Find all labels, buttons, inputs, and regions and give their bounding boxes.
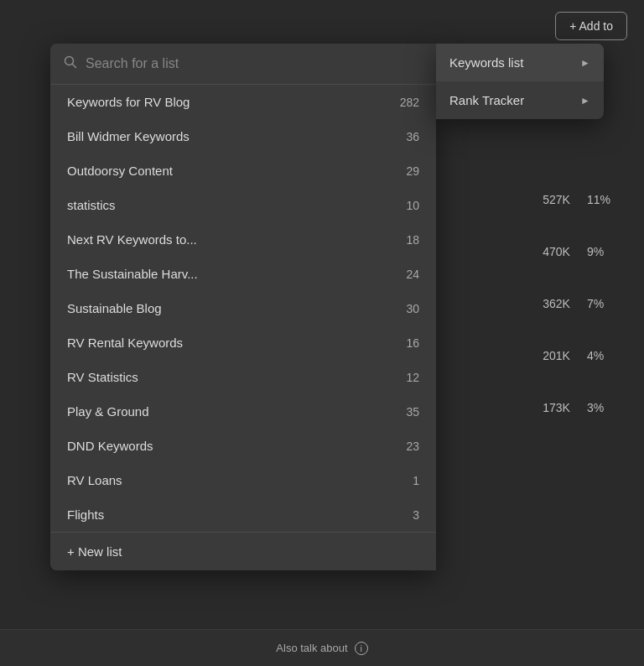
list-item-count: 16 xyxy=(406,336,419,350)
list-item[interactable]: Bill Widmer Keywords 36 xyxy=(50,119,436,153)
list-item[interactable]: The Sustainable Harv... 24 xyxy=(50,257,436,291)
list-dropdown: Keywords for RV Blog 282 Bill Widmer Key… xyxy=(50,44,436,570)
list-item-count: 36 xyxy=(406,130,419,143)
list-item-count: 35 xyxy=(406,405,419,419)
search-input[interactable] xyxy=(86,56,423,71)
list-item-name: The Sustainable Harv... xyxy=(67,267,198,281)
add-to-label: + Add to xyxy=(569,19,613,33)
list-item[interactable]: RV Loans 1 xyxy=(50,463,436,497)
list-item-count: 3 xyxy=(413,508,419,522)
list-item[interactable]: Keywords for RV Blog 282 xyxy=(50,85,436,119)
chevron-right-icon: ► xyxy=(580,57,590,69)
info-icon: i xyxy=(355,642,368,655)
list-item-count: 1 xyxy=(413,474,419,487)
list-item[interactable]: Sustainable Blog 30 xyxy=(50,291,436,325)
new-list-button[interactable]: + New list xyxy=(50,532,436,570)
add-to-button[interactable]: + Add to xyxy=(555,12,627,40)
also-talk-about-label: Also talk about xyxy=(276,642,347,654)
list-item-name: RV Statistics xyxy=(67,370,138,384)
list-item-count: 282 xyxy=(400,96,419,109)
list-item-count: 18 xyxy=(406,233,419,247)
list-item[interactable]: DND Keywords 23 xyxy=(50,429,436,463)
list-item-name: Sustainable Blog xyxy=(67,301,162,315)
list-item-name: DND Keywords xyxy=(67,439,153,453)
list-item-count: 12 xyxy=(406,371,419,384)
list-item-count: 30 xyxy=(406,302,419,315)
list-item-name: statistics xyxy=(67,198,116,212)
list-item[interactable]: RV Rental Keywords 16 xyxy=(50,325,436,360)
list-item-name: Flights xyxy=(67,507,104,522)
list-items-container[interactable]: Keywords for RV Blog 282 Bill Widmer Key… xyxy=(50,85,436,532)
list-item-count: 24 xyxy=(406,268,419,281)
side-menu-item-label: Keywords list xyxy=(449,55,523,70)
also-talk-about: Also talk about i xyxy=(276,642,367,655)
list-item-name: Keywords for RV Blog xyxy=(67,95,190,109)
side-menu-item-rank-tracker[interactable]: Rank Tracker ► xyxy=(436,81,604,119)
list-item-name: Next RV Keywords to... xyxy=(67,232,197,247)
side-menu-item-label: Rank Tracker xyxy=(449,93,524,107)
list-item[interactable]: Play & Ground 35 xyxy=(50,394,436,429)
chevron-right-icon: ► xyxy=(580,95,590,107)
list-item-name: Bill Widmer Keywords xyxy=(67,129,190,143)
list-item-count: 23 xyxy=(406,440,419,453)
svg-line-1 xyxy=(73,65,76,68)
list-item[interactable]: RV Statistics 12 xyxy=(50,360,436,394)
list-item[interactable]: Flights 3 xyxy=(50,497,436,532)
list-item-name: RV Loans xyxy=(67,473,122,487)
search-icon xyxy=(64,55,77,72)
list-item-count: 29 xyxy=(406,164,419,178)
list-item-count: 10 xyxy=(406,199,419,212)
list-item-name: Outdoorsy Content xyxy=(67,164,173,178)
list-item[interactable]: Next RV Keywords to... 18 xyxy=(50,222,436,257)
dropdown-overlay: Keywords for RV Blog 282 Bill Widmer Key… xyxy=(50,44,604,570)
new-list-label: + New list xyxy=(67,544,122,559)
list-item[interactable]: Outdoorsy Content 29 xyxy=(50,153,436,188)
side-menu-item-keywords-list[interactable]: Keywords list ► xyxy=(436,44,604,81)
list-item-name: Play & Ground xyxy=(67,404,149,419)
side-menu: Keywords list ► Rank Tracker ► xyxy=(436,44,604,119)
list-item-name: RV Rental Keywords xyxy=(67,336,183,350)
list-item[interactable]: statistics 10 xyxy=(50,188,436,222)
search-bar xyxy=(50,44,436,85)
bottom-bar: Also talk about i xyxy=(0,629,644,666)
